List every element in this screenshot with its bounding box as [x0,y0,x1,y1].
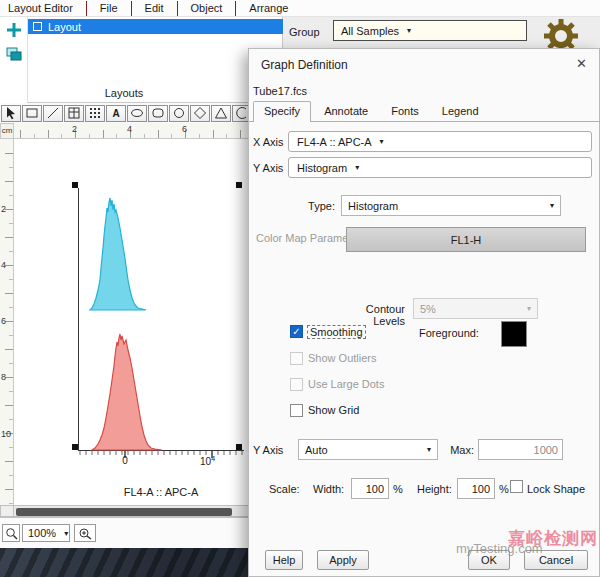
text-icon: A [112,108,119,119]
y-axis-label: Y Axis [253,162,283,174]
group-select-value: All Samples [341,25,399,37]
y-axis-scale-value: Auto [305,444,328,456]
horizontal-scrollbar[interactable] [14,505,248,517]
tab-annotate[interactable]: Annotate [314,102,378,121]
tab-legend[interactable]: Legend [432,102,489,121]
ruler-number: 2 [72,124,77,134]
menu-arrange[interactable]: Arrange [236,1,301,15]
line-icon [46,106,60,120]
y-axis-select[interactable]: Histogram ▾ [288,157,592,178]
max-label: Max: [446,444,474,456]
layout-list-item-selected[interactable]: Layout [28,19,283,34]
type-select[interactable]: Histogram ▾ [341,195,561,216]
layouts-panel: Layout Layouts [0,17,283,103]
height-label: Height: [417,483,452,495]
ellipse-icon [130,106,144,120]
zoom-level-value: 100% [28,527,56,539]
tab-fonts[interactable]: Fonts [381,102,429,121]
layers-icon [5,45,23,63]
x-axis-label: X Axis [253,136,284,148]
layout-icon [33,22,42,31]
use-large-dots-label: Use Large Dots [308,378,384,390]
zoom-tool-button[interactable] [2,524,20,542]
select-tool-button[interactable] [1,105,21,122]
text-tool-button[interactable]: A [106,105,126,122]
layers-button[interactable] [5,45,23,63]
dropdown-arrow-icon: ▾ [550,201,554,210]
width-input[interactable] [351,478,389,499]
cancel-button[interactable]: Cancel [524,550,588,570]
show-outliers-checkbox [290,352,303,365]
lock-shape-checkbox[interactable] [510,480,523,493]
smoothing-checkbox[interactable]: ✓ [290,325,303,338]
y-axis-scale-label: Y Axis [253,444,283,456]
zoom-level-select[interactable]: 100% ▾ [22,524,70,542]
group-select[interactable]: All Samples ▾ [333,20,527,41]
ruler-number: 2 [1,204,6,214]
smoothing-label[interactable]: Smoothing [307,325,366,339]
menu-file[interactable]: File [87,1,131,15]
cursor-icon [4,106,18,120]
show-grid-checkbox[interactable] [290,404,303,417]
show-grid-label[interactable]: Show Grid [308,404,359,416]
ruler-number: 4 [1,260,6,270]
line-tool-button[interactable] [43,105,63,122]
histogram-cyan [90,198,146,310]
x-tick-10e4: 104 [200,455,215,467]
close-icon[interactable]: ✕ [576,56,587,71]
dialog-tab-bar: Specify Annotate Fonts Legend [249,101,600,122]
oval-icon [172,106,186,120]
foreground-color-swatch[interactable] [501,321,527,347]
rectangle-tool-button[interactable] [22,105,42,122]
apply-button[interactable]: Apply [317,550,369,570]
layout-item-label: Layout [48,21,81,33]
ok-button[interactable]: OK [468,550,510,570]
height-input[interactable] [457,478,495,499]
rectangle-icon [25,106,39,120]
contour-levels-label: Contour Levels [335,303,405,327]
menu-layout-editor[interactable]: Layout Editor [0,1,86,15]
add-layout-button[interactable] [5,21,23,39]
plus-icon [5,21,23,39]
oval-tool-button[interactable] [169,105,189,122]
show-outliers-label: Show Outliers [308,352,376,364]
ruler-number: 8 [1,372,6,382]
group-label: Group [289,26,320,38]
y-axis-value: Histogram [297,162,347,174]
ruler-unit-box: cm [0,123,14,139]
menu-edit[interactable]: Edit [132,1,177,15]
horizontal-ruler: 2 4 6 [14,123,248,139]
contour-levels-select: 5% ▾ [413,298,538,319]
tab-specify[interactable]: Specify [253,101,311,122]
color-map-parameter-button[interactable]: FL1-H [346,227,586,252]
fit-view-button[interactable] [74,524,96,542]
y-axis-scale-select[interactable]: Auto ▾ [298,439,438,460]
layout-canvas[interactable]: 0 104 FL4-A :: APC-A [14,139,248,505]
diamond-tool-button[interactable] [190,105,210,122]
type-value: Histogram [348,200,398,212]
triangle-tool-button[interactable] [211,105,231,122]
triangle-icon [214,106,228,120]
max-input[interactable] [478,439,563,460]
x-axis-select[interactable]: FL4-A :: APC-A ▾ [288,131,592,152]
help-button[interactable]: Help [265,550,303,570]
settings-gear-button[interactable] [544,19,578,49]
dropdown-arrow-icon: ▾ [380,137,384,146]
menu-object[interactable]: Object [178,1,236,15]
dialog-title: Graph Definition [261,58,348,72]
foreground-label: Foreground: [419,327,479,339]
dropdown-arrow-icon: ▾ [427,445,431,454]
ruler-number: 10 [1,429,11,439]
table-tool-button[interactable] [64,105,84,122]
grid-tool-button[interactable] [85,105,105,122]
arc-icon [235,106,249,120]
rounded-rect-icon [151,106,165,120]
ellipse-tool-button[interactable] [127,105,147,122]
menu-bar: Layout Editor File Edit Object Arrange [0,0,600,17]
status-bar: 100% ▾ [0,517,248,548]
drawing-toolbar: A [0,103,248,123]
scrollbar-thumb[interactable] [16,508,232,516]
lock-shape-label[interactable]: Lock Shape [527,483,585,495]
rounded-rect-tool-button[interactable] [148,105,168,122]
scroll-corner-box [0,505,14,517]
